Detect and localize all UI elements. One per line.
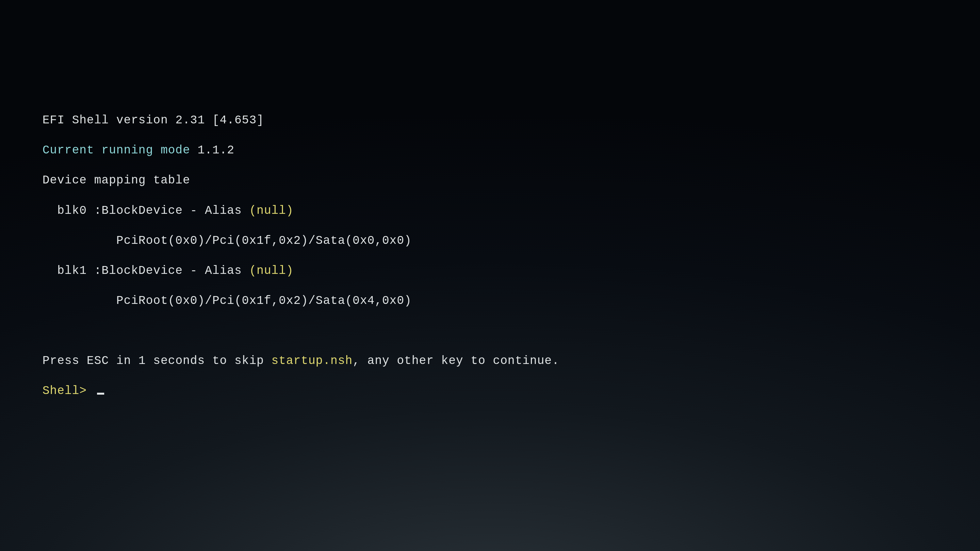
efi-shell-screen: EFI Shell version 2.31 [4.653] Current r… (0, 0, 980, 414)
startup-script-name: startup.nsh (272, 354, 353, 368)
device-table-label: Device mapping table (43, 174, 190, 187)
device-path-text: PciRoot(0x0)/Pci(0x1f,0x2)/Sata(0x0,0x0) (43, 234, 412, 248)
countdown-suffix: , any other key to continue. (353, 354, 559, 368)
device-row: blk1 :BlockDevice - Alias (null) (43, 264, 980, 278)
shell-title-prefix: EFI Shell version (43, 114, 175, 127)
device-alias-label: Alias (205, 204, 249, 218)
blank-line (43, 324, 980, 338)
countdown-seconds: 1 (138, 354, 146, 368)
device-type: :BlockDevice - (94, 264, 205, 278)
device-alias-value: (null) (249, 264, 294, 278)
device-alias-value: (null) (249, 204, 294, 218)
device-path: PciRoot(0x0)/Pci(0x1f,0x2)/Sata(0x0,0x0) (43, 233, 980, 248)
running-mode-line: Current running mode 1.1.2 (43, 143, 980, 158)
countdown-prefix: Press ESC in (43, 354, 138, 368)
cursor-icon (97, 393, 104, 395)
device-type: :BlockDevice - (94, 204, 205, 218)
shell-prompt-line[interactable]: Shell> (43, 384, 980, 399)
device-alias-label: Alias (205, 264, 249, 278)
running-mode-label: Current running mode (43, 144, 197, 157)
device-name: blk1 (43, 264, 94, 278)
device-path: PciRoot(0x0)/Pci(0x1f,0x2)/Sata(0x4,0x0) (43, 294, 980, 308)
shell-version: 2.31 [4.653] (175, 114, 264, 127)
shell-header-line: EFI Shell version 2.31 [4.653] (43, 113, 980, 128)
countdown-line: Press ESC in 1 seconds to skip startup.n… (43, 354, 980, 368)
device-path-text: PciRoot(0x0)/Pci(0x1f,0x2)/Sata(0x4,0x0) (43, 294, 412, 308)
device-name: blk0 (43, 204, 94, 218)
shell-prompt-label: Shell> (43, 384, 94, 398)
device-row: blk0 :BlockDevice - Alias (null) (43, 203, 980, 218)
countdown-mid: seconds to skip (146, 354, 271, 368)
running-mode-value: 1.1.2 (197, 144, 235, 157)
device-table-header: Device mapping table (43, 173, 980, 188)
